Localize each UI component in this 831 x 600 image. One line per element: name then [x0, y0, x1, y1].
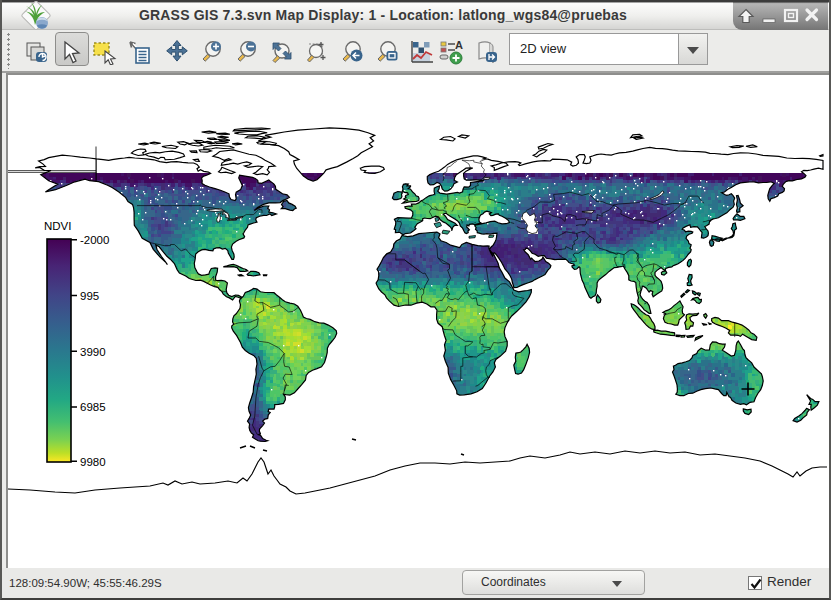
svg-text:6985: 6985 — [80, 401, 106, 413]
svg-text:-2000: -2000 — [80, 234, 109, 246]
svg-text:995: 995 — [80, 290, 99, 302]
svg-text:9980: 9980 — [80, 456, 106, 468]
svg-text:3990: 3990 — [80, 346, 106, 358]
svg-text:A: A — [455, 39, 463, 51]
svg-text:NDVI: NDVI — [44, 220, 71, 232]
